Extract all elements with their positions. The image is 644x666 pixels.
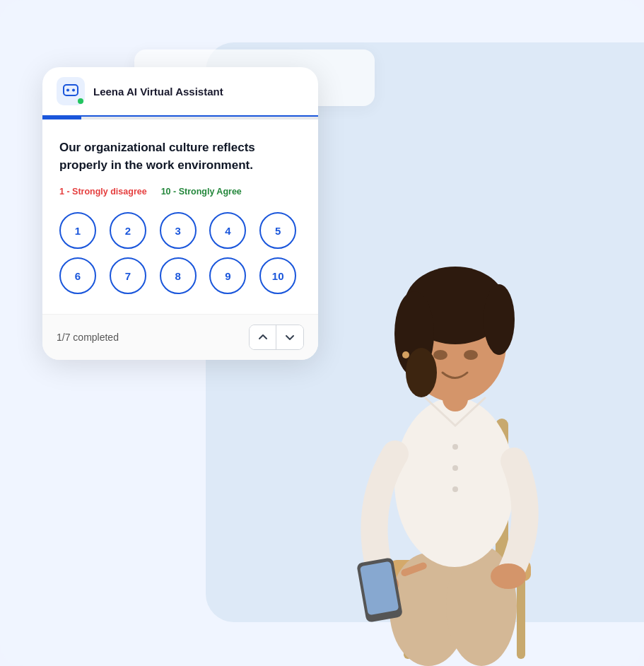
rating-btn-7[interactable]: 7 [110, 257, 146, 294]
chat-logo [57, 77, 85, 105]
question-text: Our organizational culture reflects prop… [59, 139, 301, 174]
scale-label-low: 1 - Strongly disagree [59, 187, 147, 197]
svg-point-26 [452, 486, 458, 492]
rating-btn-9[interactable]: 9 [209, 257, 246, 294]
scene: Leena AI Virtual Assistant Our organizat… [0, 0, 644, 666]
chat-header: Leena AI Virtual Assistant [42, 67, 318, 117]
svg-point-29 [72, 89, 75, 92]
person-figure [291, 100, 644, 666]
rating-btn-10[interactable]: 10 [259, 257, 296, 294]
svg-point-28 [66, 89, 69, 92]
svg-point-20 [491, 563, 526, 589]
rating-btn-4[interactable]: 4 [209, 212, 246, 249]
svg-point-17 [464, 350, 478, 360]
svg-point-24 [452, 444, 458, 450]
rating-btn-3[interactable]: 3 [160, 212, 197, 249]
svg-point-25 [452, 465, 458, 471]
chevron-down-icon [285, 332, 295, 342]
chat-title: Leena AI Virtual Assistant [93, 86, 223, 98]
scale-label-high: 10 - Strongly Agree [161, 187, 242, 197]
svg-point-15 [406, 348, 437, 397]
scale-labels: 1 - Strongly disagree 10 - Strongly Agre… [59, 187, 301, 197]
rating-btn-1[interactable]: 1 [59, 212, 96, 249]
rating-btn-2[interactable]: 2 [110, 212, 146, 249]
rating-btn-5[interactable]: 5 [259, 212, 296, 249]
svg-point-18 [402, 351, 409, 358]
progress-text: 1/7 completed [57, 332, 119, 343]
chat-card: Leena AI Virtual Assistant Our organizat… [42, 67, 318, 360]
svg-point-9 [394, 397, 515, 567]
chat-footer: 1/7 completed [42, 314, 318, 360]
nav-down-button[interactable] [276, 325, 303, 349]
chat-bubble-icon [62, 83, 79, 100]
chevron-up-icon [258, 332, 268, 342]
online-indicator [78, 98, 83, 104]
nav-buttons [249, 325, 304, 350]
rating-btn-8[interactable]: 8 [160, 257, 197, 294]
rating-btn-6[interactable]: 6 [59, 257, 96, 294]
svg-point-14 [484, 284, 515, 355]
chat-content: Our organizational culture reflects prop… [42, 119, 318, 314]
nav-up-button[interactable] [250, 325, 276, 349]
svg-rect-27 [64, 85, 78, 95]
svg-point-16 [433, 350, 447, 360]
rating-grid: 1 2 3 4 5 6 7 8 9 10 [59, 212, 301, 294]
